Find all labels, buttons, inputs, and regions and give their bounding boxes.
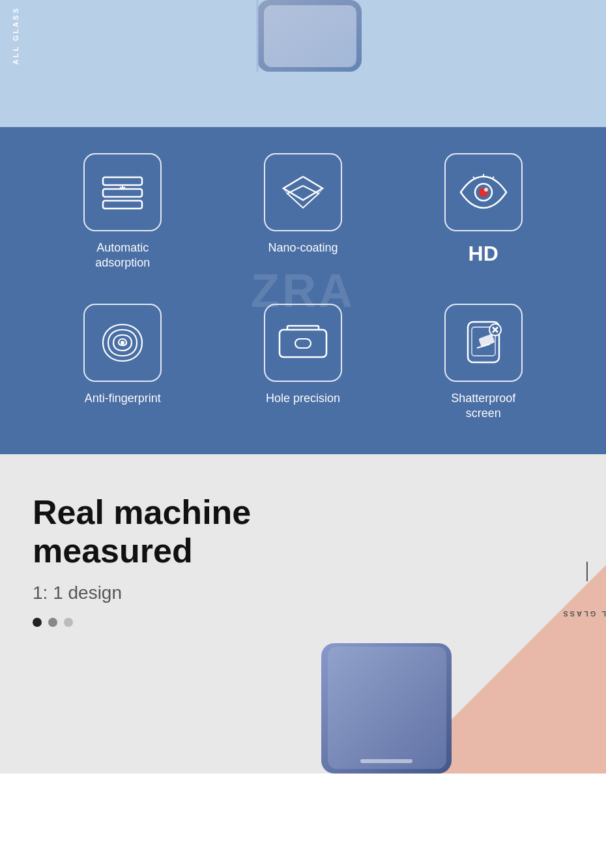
auto-adsorption-label: Automaticadsorption <box>95 240 150 271</box>
svg-rect-30 <box>360 759 412 763</box>
svg-rect-29 <box>328 646 446 769</box>
phone-corner-image <box>231 0 375 91</box>
anti-fingerprint-icon-box <box>83 304 162 382</box>
svg-rect-3 <box>103 177 142 185</box>
fingerprint-icon <box>99 319 146 366</box>
nano-coating-label: Nano-coating <box>268 240 338 255</box>
real-side-label: ALL GLASS <box>561 610 606 618</box>
feature-anti-fingerprint: Anti-fingerprint <box>39 304 207 422</box>
anti-fingerprint-label: Anti-fingerprint <box>85 391 161 406</box>
hero-side-label: ALL GLASS <box>12 7 20 65</box>
feature-nano-coating: Nano-coating <box>220 153 387 271</box>
hero-section: ALL GLASS <box>0 0 606 127</box>
svg-rect-4 <box>103 189 142 197</box>
auto-adsorption-icon-box <box>83 153 162 231</box>
nano-coating-icon-box <box>264 153 342 231</box>
svg-rect-5 <box>103 201 142 209</box>
hole-icon <box>277 323 329 362</box>
shatterproof-label: Shatterproofscreen <box>451 391 515 422</box>
svg-rect-20 <box>295 339 311 348</box>
real-machine-section: Real machinemeasured 1: 1 design ALL GLA… <box>0 454 606 774</box>
dot-1[interactable] <box>33 618 42 627</box>
svg-rect-1 <box>264 5 356 67</box>
side-label-dash <box>586 562 588 581</box>
shatterproof-shield-icon <box>461 319 506 366</box>
shatterproof-icon-box <box>444 304 523 382</box>
hd-icon-box <box>444 153 523 231</box>
features-section: ZRA Automaticadsorption <box>0 127 606 454</box>
eye-icon <box>458 173 509 212</box>
real-machine-title: Real machinemeasured <box>33 493 306 571</box>
hole-precision-label: Hole precision <box>266 391 340 406</box>
phone-bottom-image <box>282 643 491 774</box>
svg-point-15 <box>121 341 124 345</box>
feature-hole-precision: Hole precision <box>220 304 387 422</box>
dot-3[interactable] <box>64 618 73 627</box>
hole-precision-icon-box <box>264 304 342 382</box>
feature-auto-adsorption: Automaticadsorption <box>39 153 207 271</box>
features-grid: Automaticadsorption Nano-coating <box>39 153 567 422</box>
hd-label: HD <box>469 240 498 268</box>
diamond-icon <box>280 174 326 210</box>
svg-rect-16 <box>280 330 326 357</box>
feature-shatterproof: Shatterproofscreen <box>399 304 567 422</box>
layers-icon <box>100 175 145 210</box>
feature-hd: HD <box>399 153 567 271</box>
dot-2[interactable] <box>48 618 57 627</box>
svg-point-11 <box>484 188 488 192</box>
